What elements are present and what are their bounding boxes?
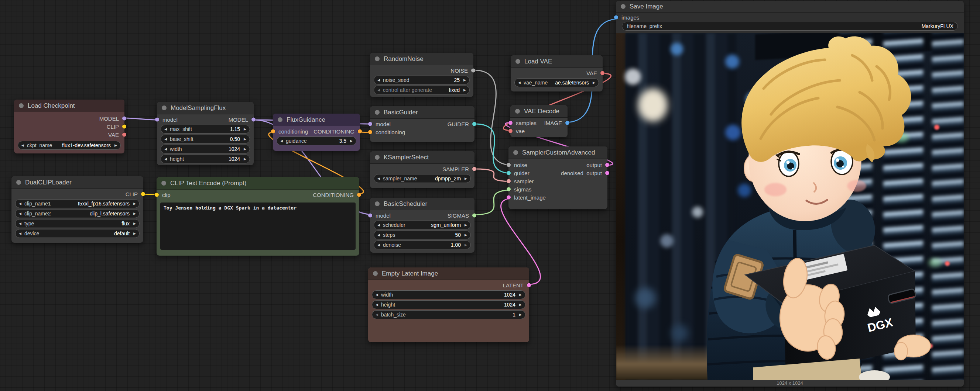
input-port-conditioning[interactable] [271, 130, 275, 133]
increment-arrow-icon[interactable]: ▶ [593, 81, 595, 84]
collapse-dot-icon[interactable] [375, 110, 380, 115]
decrement-arrow-icon[interactable]: ◀ [19, 222, 21, 225]
ckpt-name-widget[interactable]: ◀ ckpt_name flux1-dev.safetensors ▶ [18, 141, 121, 150]
collapse-dot-icon[interactable] [515, 109, 520, 114]
collapse-dot-icon[interactable] [375, 155, 380, 160]
collapse-dot-icon[interactable] [278, 117, 283, 122]
noise-seed-widget[interactable]: ◀ noise_seed 25 ▶ [374, 76, 470, 84]
denoise-widget[interactable]: ◀ denoise 1.00 ▶ [374, 241, 471, 249]
decrement-arrow-icon[interactable]: ◀ [377, 177, 380, 180]
collapse-dot-icon[interactable] [162, 106, 167, 110]
output-port-output[interactable] [605, 163, 609, 167]
input-port-latent-image[interactable] [507, 195, 511, 199]
decrement-arrow-icon[interactable]: ◀ [19, 232, 21, 235]
output-port-conditioning[interactable] [358, 130, 362, 133]
increment-arrow-icon[interactable]: ▶ [519, 293, 522, 296]
collapse-dot-icon[interactable] [375, 57, 380, 61]
collapse-dot-icon[interactable] [373, 271, 378, 276]
decrement-arrow-icon[interactable]: ◀ [21, 144, 24, 147]
increment-arrow-icon[interactable]: ▶ [133, 202, 136, 206]
node-flux-guidance[interactable]: FluxGuidance conditioning CONDITIONING ◀… [273, 114, 360, 151]
increment-arrow-icon[interactable]: ▶ [465, 233, 467, 237]
base-shift-widget[interactable]: ◀ base_shift 0.50 ▶ [161, 135, 250, 144]
decrement-arrow-icon[interactable]: ◀ [375, 313, 378, 317]
output-port-sampler[interactable] [472, 167, 476, 171]
decrement-arrow-icon[interactable]: ◀ [377, 223, 380, 227]
increment-arrow-icon[interactable]: ▶ [465, 223, 467, 227]
scheduler-widget[interactable]: ◀ scheduler sgm_uniform ▶ [374, 221, 471, 230]
input-port-model[interactable] [368, 122, 372, 126]
input-port-guider[interactable] [507, 171, 511, 175]
node-graph-canvas[interactable]: Load Checkpoint MODEL CLIP VAE ◀ ckpt_na… [0, 0, 980, 391]
increment-arrow-icon[interactable]: ▶ [244, 158, 246, 161]
output-port-vae[interactable] [122, 133, 126, 137]
decrement-arrow-icon[interactable]: ◀ [19, 202, 21, 206]
decrement-arrow-icon[interactable]: ◀ [164, 147, 167, 151]
output-port-conditioning[interactable] [357, 193, 361, 197]
decrement-arrow-icon[interactable]: ◀ [377, 89, 380, 92]
increment-arrow-icon[interactable]: ▶ [133, 232, 136, 235]
prompt-textarea[interactable]: Toy Jensen holding a DGX Spark in a data… [160, 203, 356, 250]
input-port-vae[interactable] [509, 129, 512, 133]
increment-arrow-icon[interactable]: ▶ [133, 222, 136, 225]
height-widget[interactable]: ◀ height 1024 ▶ [161, 155, 250, 163]
node-model-sampling-flux[interactable]: ModelSamplingFlux model MODEL ◀ max_shif… [157, 102, 254, 165]
increment-arrow-icon[interactable]: ▶ [463, 79, 466, 82]
input-port-sigmas[interactable] [507, 187, 511, 192]
increment-arrow-icon[interactable]: ▶ [465, 177, 467, 180]
collapse-dot-icon[interactable] [161, 181, 166, 185]
increment-arrow-icon[interactable]: ▶ [244, 147, 246, 151]
increment-arrow-icon[interactable]: ▶ [115, 144, 117, 147]
input-port-images[interactable] [614, 16, 618, 19]
input-port-model[interactable] [368, 214, 372, 218]
node-clip-text-encode[interactable]: CLIP Text Encode (Prompt) clip CONDITION… [157, 177, 359, 256]
decrement-arrow-icon[interactable]: ◀ [377, 244, 380, 247]
collapse-dot-icon[interactable] [513, 150, 518, 155]
batch-size-widget[interactable]: ◀ batch_size 1 ▶ [372, 310, 525, 319]
decrement-arrow-icon[interactable]: ◀ [164, 138, 167, 141]
increment-arrow-icon[interactable]: ▶ [244, 138, 246, 141]
node-save-image[interactable]: Save Image images filename_prefix Markur… [616, 1, 964, 386]
input-port-samples[interactable] [509, 121, 512, 125]
increment-arrow-icon[interactable]: ▶ [519, 303, 522, 307]
output-port-clip[interactable] [122, 125, 126, 129]
decrement-arrow-icon[interactable]: ◀ [19, 212, 21, 215]
output-port-noise[interactable] [471, 69, 475, 73]
collapse-dot-icon[interactable] [16, 180, 21, 185]
decrement-arrow-icon[interactable]: ◀ [518, 81, 521, 84]
width-widget[interactable]: ◀ width 1024 ▶ [161, 145, 250, 154]
output-port-model[interactable] [251, 118, 256, 122]
vae-name-widget[interactable]: ◀ vae_name ae.safetensors ▶ [514, 78, 599, 87]
input-port-model[interactable] [155, 118, 159, 122]
max-shift-widget[interactable]: ◀ max_shift 1.15 ▶ [161, 125, 250, 133]
output-port-sigmas[interactable] [472, 214, 476, 218]
control-after-generate-widget[interactable]: ◀ control after generate fixed ▶ [374, 85, 470, 95]
steps-widget[interactable]: ◀ steps 50 ▶ [374, 231, 471, 239]
type-widget[interactable]: ◀ type flux ▶ [15, 219, 140, 228]
decrement-arrow-icon[interactable]: ◀ [377, 233, 380, 237]
increment-arrow-icon[interactable]: ▶ [463, 89, 466, 92]
decrement-arrow-icon[interactable]: ◀ [164, 128, 167, 131]
increment-arrow-icon[interactable]: ▶ [350, 139, 353, 143]
height-widget[interactable]: ◀ height 1024 ▶ [372, 300, 525, 309]
node-sampler-custom-advanced[interactable]: SamplerCustomAdvanced noise output guide… [509, 146, 608, 209]
output-port-denoised-output[interactable] [605, 171, 609, 175]
node-basic-scheduler[interactable]: BasicScheduler model SIGMAS ◀ scheduler … [370, 198, 474, 253]
decrement-arrow-icon[interactable]: ◀ [375, 293, 378, 296]
increment-arrow-icon[interactable]: ▶ [244, 128, 246, 131]
decrement-arrow-icon[interactable]: ◀ [164, 158, 167, 161]
clip-name2-widget[interactable]: ◀ clip_name2 clip_l.safetensors ▶ [15, 209, 140, 218]
decrement-arrow-icon[interactable]: ◀ [375, 303, 378, 307]
node-header[interactable]: Load Checkpoint [14, 100, 124, 112]
width-widget[interactable]: ◀ width 1024 ▶ [372, 290, 525, 299]
filename-prefix-widget[interactable]: filename_prefix MarkuryFLUX [622, 22, 958, 31]
node-empty-latent-image[interactable]: Empty Latent Image LATENT ◀ width 1024 ▶… [368, 268, 529, 342]
output-port-image[interactable] [565, 121, 570, 125]
clip-name1-widget[interactable]: ◀ clip_name1 t5xxl_fp16.safetensors ▶ [15, 199, 140, 208]
collapse-dot-icon[interactable] [19, 103, 24, 108]
node-dual-clip-loader[interactable]: DualCLIPLoader CLIP ◀ clip_name1 t5xxl_f… [11, 176, 143, 243]
input-port-sampler[interactable] [507, 179, 511, 183]
node-ksampler-select[interactable]: KSamplerSelect SAMPLER ◀ sampler_name dp… [370, 151, 474, 188]
decrement-arrow-icon[interactable]: ◀ [377, 79, 380, 82]
increment-arrow-icon[interactable]: ▶ [133, 212, 136, 215]
